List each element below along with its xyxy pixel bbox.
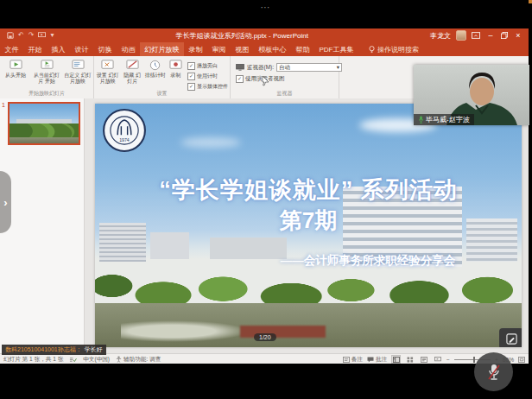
notes-icon [343, 357, 350, 363]
monitor-controls: 监视器(M): 自动▾ ✓使用演示者视图 [231, 59, 345, 83]
tab-home[interactable]: 开始 [23, 42, 47, 56]
ribbon-display-options-icon[interactable] [472, 32, 480, 39]
setup-show-icon [101, 59, 114, 72]
tab-help[interactable]: 帮助 [291, 42, 314, 56]
logo-year: 1974 [119, 137, 130, 142]
record-button[interactable]: 录制 [168, 59, 183, 79]
zoom-out-button[interactable]: − [446, 357, 450, 363]
screen: ⋯ ↶ ↷ ▾ 学长学姐谈就业系列活动.pptx - PowerPoint 李龙… [0, 0, 532, 399]
tab-design[interactable]: 设计 [70, 42, 93, 56]
accessibility-label: 辅助功能: 调查 [124, 356, 161, 364]
photo-path [121, 320, 249, 342]
accessibility-icon [116, 356, 122, 363]
close-button[interactable]: × [513, 31, 523, 40]
spell-check-icon[interactable] [69, 356, 77, 363]
slide-sorter-icon [407, 357, 414, 363]
language-status[interactable]: 中文(中国) [83, 356, 110, 364]
tab-pdf-tools[interactable]: PDF工具集 [314, 42, 358, 56]
comments-label: 批注 [376, 356, 387, 364]
from-current-slide-label: 从当前幻灯片 开始 [32, 73, 61, 85]
slideshow-view-button[interactable] [433, 355, 442, 364]
custom-slideshow-button[interactable]: 自定义 幻灯片放映 [63, 59, 92, 85]
mouse-cursor [262, 76, 269, 86]
hide-slide-button[interactable]: 隐藏 幻灯片 [122, 59, 142, 85]
tab-transitions[interactable]: 切换 [93, 42, 117, 56]
chat-caption-overlay: 数科210510041001孙志福： 学长好 [2, 345, 106, 355]
record-label: 录制 [170, 73, 180, 79]
webcam-overlay[interactable]: 毕马威-赵宇波 [414, 65, 529, 125]
slide-subtitle: ——会计师事务所求职经验分享会 [223, 253, 513, 269]
minimize-button[interactable]: – [485, 31, 496, 40]
monitor-value: 自动 [279, 64, 290, 72]
fit-slide-icon[interactable] [518, 357, 525, 363]
slide-thumbnail[interactable] [8, 102, 80, 145]
reading-view-icon [421, 357, 428, 363]
title-bar-right: 李龙文 – × [430, 30, 529, 41]
accessibility-status[interactable]: 辅助功能: 调查 [116, 356, 161, 364]
thumbnail-number: 1 [2, 102, 5, 108]
slide-info: 幻灯片 第 1 张，共 1 张 [3, 356, 63, 364]
setup-checkboxes: ✓播放旁白 ✓使用计时 ✓显示媒体控件 [184, 59, 230, 91]
slide-title-line1: “学长学姐谈就业” 系列活动 [95, 174, 522, 206]
checkbox-icon: ✓ [187, 73, 195, 80]
tell-me-search[interactable]: 操作说明搜索 [369, 42, 419, 56]
reading-view-button[interactable] [419, 355, 428, 364]
hide-slide-icon [126, 59, 139, 72]
tab-slideshow[interactable]: 幻灯片放映 [140, 42, 184, 56]
thumbnail-scene [10, 104, 79, 143]
slide-sorter-view-button[interactable] [405, 355, 415, 364]
slide-thumbnail-pane[interactable]: 1 [0, 98, 85, 353]
microphone-icon [418, 116, 424, 124]
play-narrations-checkbox[interactable]: ✓播放旁白 [187, 62, 228, 70]
zoom-slider-thumb[interactable] [473, 357, 476, 363]
setup-slideshow-button[interactable]: 设置 幻灯片放映 [95, 59, 120, 85]
slideshow-view-icon [434, 357, 441, 363]
ribbon-group-setup: 设置 幻灯片放映 隐藏 幻灯片 排练计时 录制 ✓播放旁白 ✓使用计时 [94, 56, 231, 98]
user-name[interactable]: 李龙文 [430, 31, 451, 41]
normal-view-button[interactable] [391, 355, 401, 364]
tell-me-label: 操作说明搜索 [377, 45, 419, 54]
from-current-slide-button[interactable]: 从当前幻灯片 开始 [32, 59, 61, 85]
slide-title-line2: 第7期 [95, 206, 522, 236]
tab-view[interactable]: 视图 [231, 42, 254, 56]
hide-slide-label: 隐藏 幻灯片 [122, 73, 142, 85]
monitor-select[interactable]: 自动▾ [276, 63, 342, 72]
comments-button[interactable]: 批注 [367, 356, 387, 364]
tab-record[interactable]: 录制 [184, 42, 207, 56]
redo-icon[interactable]: ↷ [28, 31, 35, 40]
save-icon[interactable] [7, 32, 14, 39]
monitor-label: 监视器(M): [247, 64, 274, 72]
tab-template-center[interactable]: 模板中心 [254, 42, 291, 56]
thumbnail-trees [10, 124, 79, 137]
ribbon-group-monitors: 监视器(M): 自动▾ ✓使用演示者视图 监视器 [231, 56, 339, 98]
play-narrations-label: 播放旁白 [197, 62, 218, 70]
tab-file[interactable]: 文件 [0, 42, 23, 56]
meeting-sidebar-expand-tab[interactable]: › [0, 171, 11, 233]
chevron-right-icon: › [3, 196, 7, 209]
rehearse-timings-button[interactable]: 排练计时 [144, 59, 166, 79]
from-beginning-button[interactable]: 从头开始 [1, 59, 30, 79]
use-presenter-view-checkbox[interactable]: ✓使用演示者视图 [236, 75, 342, 83]
comment-icon [367, 357, 374, 363]
use-timings-label: 使用计时 [197, 73, 218, 80]
tab-animations[interactable]: 动画 [117, 42, 140, 56]
caption-message: 学长好 [85, 345, 103, 354]
use-timings-checkbox[interactable]: ✓使用计时 [187, 73, 228, 80]
slideshow-icon[interactable] [38, 32, 46, 39]
avatar[interactable] [456, 30, 466, 41]
notes-button[interactable]: 备注 [343, 356, 363, 364]
restore-button[interactable] [501, 32, 508, 39]
custom-slideshow-label: 自定义 幻灯片放映 [63, 73, 92, 85]
normal-view-icon [393, 357, 400, 363]
group-label-setup: 设置 [94, 90, 230, 98]
lightbulb-icon [369, 46, 375, 54]
mic-muted-button[interactable] [474, 352, 513, 391]
annotation-pen-button[interactable] [499, 328, 522, 347]
undo-icon[interactable]: ↶ [18, 31, 24, 40]
checkbox-icon: ✓ [187, 62, 195, 70]
quick-access-toolbar: ↶ ↷ ▾ [0, 31, 54, 40]
tab-insert[interactable]: 插入 [47, 42, 70, 56]
slide-canvas[interactable]: 1974 “学长学姐谈就业” 系列活动 第7期 ——会计师事务所求职经验分享会 … [95, 104, 522, 347]
tab-review[interactable]: 审阅 [207, 42, 231, 56]
meeting-toolbar-handle[interactable]: ⋯ [256, 3, 276, 10]
